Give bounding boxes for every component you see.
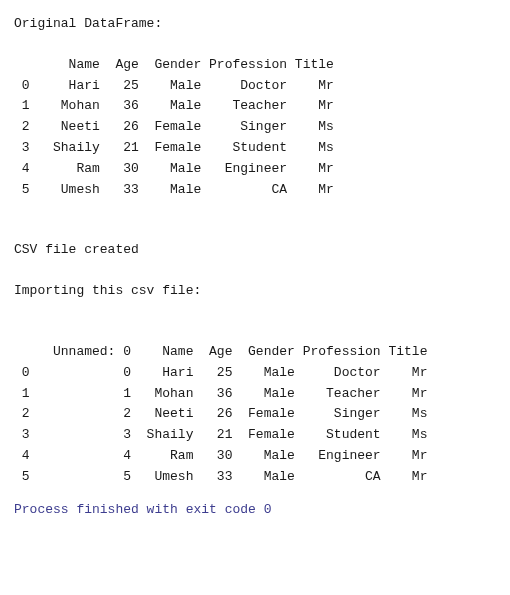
table-header: Name Age Gender Profession Title [14, 55, 496, 76]
table-row: 0 Hari 25 Male Doctor Mr [14, 76, 496, 97]
table-row: 4 Ram 30 Male Engineer Mr [14, 159, 496, 180]
table-original: Name Age Gender Profession Title 0 Hari … [14, 55, 496, 201]
table-row: 4 4 Ram 30 Male Engineer Mr [14, 446, 496, 467]
table-row: 1 1 Mohan 36 Male Teacher Mr [14, 384, 496, 405]
table-row: 2 2 Neeti 26 Female Singer Ms [14, 404, 496, 425]
table-imported: Unnamed: 0 Name Age Gender Profession Ti… [14, 342, 496, 488]
table-row: 2 Neeti 26 Female Singer Ms [14, 117, 496, 138]
table-row: 0 0 Hari 25 Male Doctor Mr [14, 363, 496, 384]
table-row: 5 Umesh 33 Male CA Mr [14, 180, 496, 201]
label-original-dataframe: Original DataFrame: [14, 14, 496, 35]
table-row: 3 3 Shaily 21 Female Student Ms [14, 425, 496, 446]
label-importing: Importing this csv file: [14, 281, 496, 302]
status-exit-code: Process finished with exit code 0 [14, 500, 496, 521]
table-row: 1 Mohan 36 Male Teacher Mr [14, 96, 496, 117]
table-header: Unnamed: 0 Name Age Gender Profession Ti… [14, 342, 496, 363]
table-row: 5 5 Umesh 33 Male CA Mr [14, 467, 496, 488]
label-csv-created: CSV file created [14, 240, 496, 261]
table-row: 3 Shaily 21 Female Student Ms [14, 138, 496, 159]
